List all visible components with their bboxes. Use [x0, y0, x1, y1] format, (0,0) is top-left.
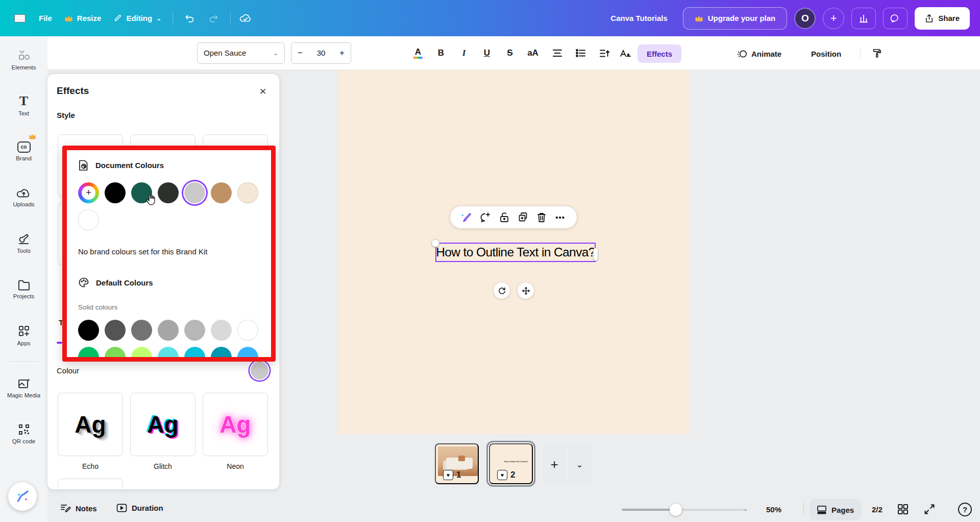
color-swatch[interactable]: [211, 320, 232, 341]
alignment-button[interactable]: [548, 43, 567, 63]
copy-style-button[interactable]: [867, 43, 887, 63]
delete-button[interactable]: [534, 210, 549, 225]
sidebar-item-text[interactable]: T Text: [0, 82, 47, 128]
insights-button[interactable]: [851, 8, 876, 29]
upgrade-plan-button[interactable]: Upgrade your plan: [683, 7, 788, 30]
color-swatch[interactable]: [184, 320, 205, 341]
strikethrough-button[interactable]: S: [500, 43, 520, 63]
underline-button[interactable]: U: [477, 43, 497, 63]
apps-grid-icon: [17, 324, 31, 338]
color-swatch-black[interactable]: [105, 182, 126, 203]
file-menu-button[interactable]: File: [33, 10, 58, 27]
list-button[interactable]: [571, 43, 591, 63]
color-swatch[interactable]: [78, 320, 99, 341]
heart-icon: ♥: [443, 470, 453, 480]
selected-text-element[interactable]: How to Outline Text in Canva?: [435, 243, 596, 262]
color-swatch-dark-gray[interactable]: [158, 182, 179, 203]
position-button[interactable]: Position: [811, 44, 841, 63]
sidebar-item-apps[interactable]: Apps: [0, 312, 47, 358]
magic-write-button[interactable]: [459, 210, 474, 225]
color-swatch[interactable]: [237, 320, 258, 341]
share-button[interactable]: Share: [915, 7, 970, 30]
redo-button[interactable]: [202, 9, 225, 28]
style-card-partial[interactable]: [58, 479, 123, 489]
main-menu-button[interactable]: [14, 14, 26, 22]
close-panel-button[interactable]: ✕: [256, 84, 270, 99]
letter-spacing-button[interactable]: [616, 43, 635, 63]
sidebar-item-elements[interactable]: Elements: [0, 36, 47, 82]
sidebar-item-brand[interactable]: co Brand: [0, 128, 47, 174]
undo-button[interactable]: [178, 9, 202, 28]
color-swatch[interactable]: [78, 347, 99, 362]
color-swatch[interactable]: [211, 347, 232, 362]
effects-button[interactable]: Effects: [638, 44, 681, 63]
style-card-echo[interactable]: Ag: [58, 393, 123, 456]
help-button[interactable]: ?: [958, 503, 972, 516]
color-swatch[interactable]: [105, 347, 126, 362]
color-swatch[interactable]: [158, 347, 179, 362]
comments-button[interactable]: [883, 8, 908, 29]
grid-view-button[interactable]: [897, 503, 909, 515]
sidebar-item-projects[interactable]: Projects: [0, 266, 47, 312]
document-colors-row: +: [78, 182, 258, 203]
color-swatch[interactable]: [131, 347, 152, 362]
add-member-button[interactable]: +: [823, 8, 844, 29]
page-thumbnail-2[interactable]: How to Outline Text in Canva? ♥ 2: [489, 443, 533, 484]
thickness-slider-partial[interactable]: [57, 342, 62, 344]
animate-button[interactable]: Animate: [738, 44, 781, 63]
add-page-button[interactable]: +: [542, 444, 567, 484]
move-handle[interactable]: [518, 282, 534, 299]
style-card-neon[interactable]: Ag: [203, 393, 268, 456]
color-swatch[interactable]: [237, 347, 258, 362]
more-options-button[interactable]: •••: [553, 210, 568, 225]
zoom-slider[interactable]: [622, 509, 747, 511]
collapse-pages-button[interactable]: ⌄: [567, 444, 592, 484]
resize-handle-corner[interactable]: [431, 239, 439, 247]
bold-button[interactable]: B: [431, 43, 451, 63]
notes-button[interactable]: Notes: [60, 504, 97, 513]
add-comment-button[interactable]: [478, 210, 493, 225]
spacing-button[interactable]: [595, 43, 614, 63]
canvas-text[interactable]: How to Outline Text in Canva?: [436, 245, 595, 259]
color-swatch-cream[interactable]: [237, 182, 258, 203]
fullscreen-button[interactable]: [923, 503, 936, 515]
color-swatch[interactable]: [158, 320, 179, 341]
canva-assistant-button[interactable]: [8, 482, 37, 511]
color-swatch-teal[interactable]: [131, 182, 152, 203]
sidebar-item-qr-code[interactable]: QR code: [0, 411, 47, 457]
duration-button[interactable]: Duration: [116, 504, 163, 512]
color-swatch-tan[interactable]: [211, 182, 232, 203]
font-size-decrease-button[interactable]: −: [291, 43, 309, 63]
solid-colors-row-1: [78, 320, 258, 341]
pages-view-button[interactable]: Pages: [810, 499, 861, 520]
resize-handle-side[interactable]: [593, 248, 598, 261]
color-swatch[interactable]: [184, 347, 205, 362]
font-size-value[interactable]: 30: [317, 49, 326, 57]
sidebar-item-magic-media[interactable]: Magic Media: [0, 365, 47, 411]
document-title[interactable]: Canva Tutorials: [610, 14, 667, 22]
sidebar-item-uploads[interactable]: Uploads: [0, 174, 47, 220]
duplicate-button[interactable]: [515, 210, 530, 225]
color-swatch[interactable]: [105, 320, 126, 341]
zoom-level[interactable]: 50%: [766, 505, 781, 514]
lock-button[interactable]: [497, 210, 512, 225]
style-card-glitch[interactable]: Ag: [130, 393, 195, 456]
text-color-button[interactable]: A: [408, 43, 428, 63]
zoom-slider-handle[interactable]: [670, 504, 682, 516]
brand-kit-icon: co: [17, 141, 31, 153]
editing-mode-dropdown[interactable]: Editing ⌄: [107, 10, 167, 27]
sidebar-item-tools[interactable]: Tools: [0, 220, 47, 266]
selected-colour-swatch[interactable]: [251, 362, 268, 379]
add-color-button[interactable]: +: [78, 182, 99, 203]
italic-button[interactable]: I: [454, 43, 474, 63]
resize-button[interactable]: Resize: [58, 10, 108, 27]
color-swatch-white[interactable]: [78, 209, 99, 230]
font-family-select[interactable]: Open Sauce ⌄: [197, 42, 285, 64]
page-thumbnail-1[interactable]: ♥ 1: [435, 443, 479, 484]
text-case-button[interactable]: aA: [523, 43, 543, 63]
rotate-handle[interactable]: [494, 282, 510, 299]
color-swatch-gray-selected[interactable]: [184, 182, 205, 203]
font-size-increase-button[interactable]: +: [333, 43, 351, 63]
account-avatar[interactable]: O: [794, 8, 816, 29]
color-swatch[interactable]: [131, 320, 152, 341]
